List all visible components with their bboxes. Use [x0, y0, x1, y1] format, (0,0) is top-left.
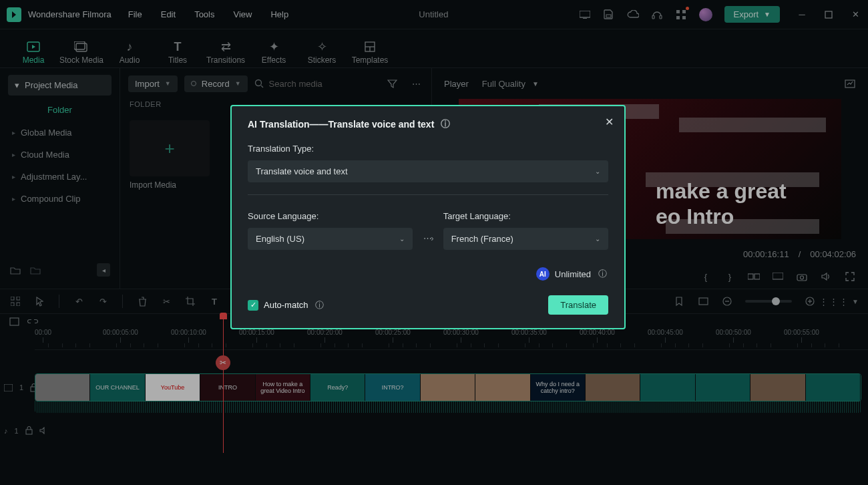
target-language-select[interactable]: French (France) ⌄	[443, 228, 608, 250]
chevron-down-icon: ⌄	[399, 235, 405, 242]
checkbox-checked-icon: ✓	[248, 300, 258, 311]
translate-button[interactable]: Translate	[548, 295, 608, 315]
arrow-right-icon: ⋯›	[423, 233, 432, 250]
chevron-down-icon: ⌄	[595, 235, 600, 242]
source-language-label: Source Language:	[248, 211, 413, 221]
unlimited-label: Unlimited	[555, 269, 591, 279]
info-icon[interactable]: ⓘ	[596, 268, 608, 280]
ai-badge-icon: AI	[536, 267, 550, 281]
modal-close-button[interactable]: ✕	[605, 116, 614, 128]
info-icon[interactable]: ⓘ	[313, 299, 325, 311]
info-icon[interactable]: ⓘ	[439, 118, 451, 130]
translation-type-label: Translation Type:	[248, 144, 608, 154]
translation-type-select[interactable]: Translate voice and text ⌄	[248, 160, 608, 182]
ai-translation-modal: AI Translation——Translate voice and text…	[230, 105, 626, 329]
modal-title: AI Translation——Translate voice and text…	[248, 118, 608, 130]
chevron-down-icon: ⌄	[595, 168, 600, 175]
target-language-label: Target Language:	[443, 211, 608, 221]
auto-match-checkbox[interactable]: ✓ Auto-match ⓘ	[248, 299, 325, 311]
source-language-select[interactable]: English (US) ⌄	[248, 228, 413, 250]
